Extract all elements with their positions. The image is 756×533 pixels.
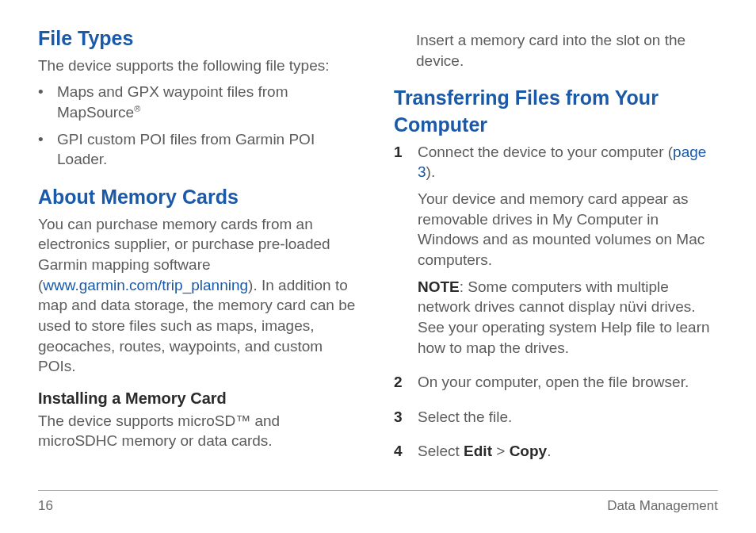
step-number: 1	[394, 142, 407, 364]
step-note: NOTE: Some computers with multiple netwo…	[418, 277, 718, 359]
step-text: Select the file.	[418, 407, 718, 428]
page-footer: 16 Data Management	[38, 490, 718, 516]
page-number: 16	[38, 497, 53, 516]
list-item: • Maps and GPX waypoint files from MapSo…	[38, 82, 362, 122]
installing-heading: Installing a Memory Card	[38, 388, 362, 409]
memory-cards-heading: About Memory Cards	[38, 184, 362, 211]
step-body: Select the file.	[418, 407, 718, 434]
file-types-heading: File Types	[38, 25, 362, 52]
step-text: Connect the device to your computer (pag…	[418, 142, 718, 182]
step-item: 3 Select the file.	[394, 407, 718, 434]
text-run: Maps and GPX waypoint files from MapSour…	[57, 83, 288, 121]
step-number: 4	[394, 441, 407, 468]
step-body: Connect the device to your computer (pag…	[418, 142, 718, 364]
step-item: 1 Connect the device to your computer (p…	[394, 142, 718, 364]
transfer-heading: Transferring Files from Your Computer	[394, 85, 718, 139]
left-column: File Types The device supports the follo…	[38, 25, 362, 482]
manual-page: File Types The device supports the follo…	[0, 0, 756, 533]
list-item-text: GPI custom POI files from Garmin POI Loa…	[57, 129, 362, 170]
installing-text: The device supports microSD™ and microSD…	[38, 411, 362, 451]
memory-cards-paragraph: You can purchase memory cards from an el…	[38, 214, 362, 377]
section-name: Data Management	[607, 497, 718, 516]
text-run: Select	[418, 443, 464, 459]
text-run: : Some computers with multiple network d…	[418, 278, 710, 356]
text-run: Connect the device to your computer (	[418, 144, 673, 160]
transfer-section: Transferring Files from Your Computer 1 …	[394, 85, 718, 468]
registered-mark: ®	[134, 104, 140, 113]
memory-cards-section: About Memory Cards You can purchase memo…	[38, 184, 362, 451]
file-types-section: File Types The device supports the follo…	[38, 25, 362, 170]
file-types-intro: The device supports the following file t…	[38, 56, 362, 76]
text-run: .	[547, 443, 551, 459]
step-item: 2 On your computer, open the file browse…	[394, 372, 718, 399]
step-body: Select Edit > Copy.	[418, 441, 718, 468]
right-column: Insert a memory card into the slot on th…	[394, 25, 718, 482]
menu-edit: Edit	[464, 443, 492, 459]
list-item-text: Maps and GPX waypoint files from MapSour…	[57, 82, 362, 122]
bullet-icon: •	[38, 82, 46, 122]
text-run: ).	[426, 163, 436, 180]
step-detail: Your device and memory card appear as re…	[418, 189, 718, 270]
file-types-list: • Maps and GPX waypoint files from MapSo…	[38, 82, 362, 170]
step-item: 4 Select Edit > Copy.	[394, 441, 718, 468]
list-item: • GPI custom POI files from Garmin POI L…	[38, 129, 362, 170]
menu-copy: Copy	[510, 443, 548, 459]
step-number: 3	[394, 407, 407, 434]
bullet-icon: •	[38, 129, 46, 170]
transfer-steps: 1 Connect the device to your computer (p…	[394, 142, 718, 468]
step-number: 2	[394, 372, 407, 399]
two-column-layout: File Types The device supports the follo…	[38, 25, 718, 482]
note-label: NOTE	[418, 278, 460, 295]
step-text: On your computer, open the file browser.	[418, 372, 718, 393]
text-run: >	[492, 443, 510, 459]
step-body: On your computer, open the file browser.	[418, 372, 718, 399]
insert-card-text: Insert a memory card into the slot on th…	[416, 30, 718, 71]
step-text: Select Edit > Copy.	[418, 441, 718, 462]
garmin-link[interactable]: www.garmin.com/trip_planning	[43, 277, 248, 293]
